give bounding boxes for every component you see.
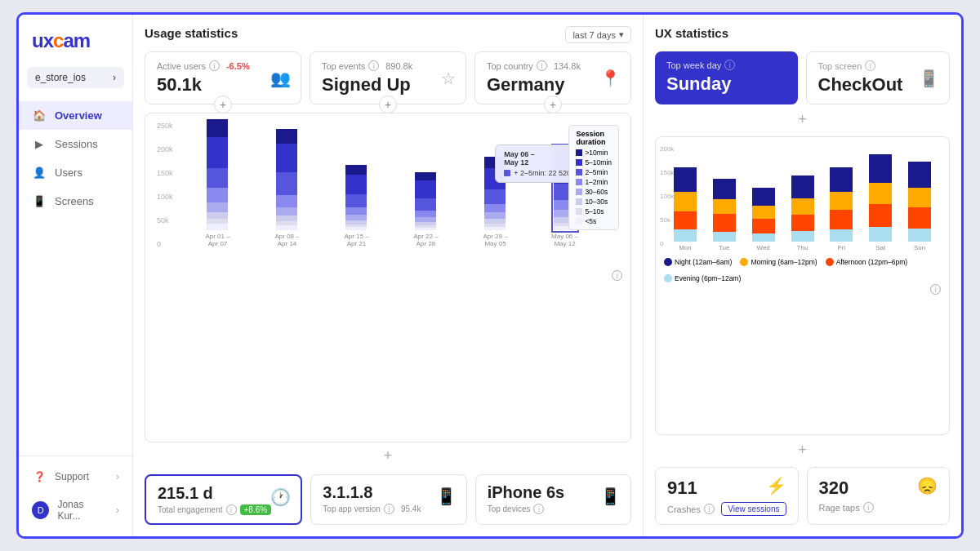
top-events-count: 890.8k <box>385 61 412 71</box>
active-users-value: 50.1k <box>157 74 289 96</box>
sidebar-item-overview[interactable]: 🏠 Overview <box>19 101 132 130</box>
top-app-version-label: Top app version i 95.4k <box>323 504 454 514</box>
add-row-button[interactable]: + <box>384 447 393 464</box>
app-version-count: 95.4k <box>401 504 421 513</box>
top-screen-card: Top screen i CheckOut 📱 <box>806 51 951 104</box>
bar-stack <box>276 129 299 230</box>
crashes-value: 911 <box>667 478 697 499</box>
bar-label: Apr 29 –May 05 <box>483 233 507 248</box>
user-name-label: Jonas Kur... <box>57 499 108 522</box>
location-icon: 📍 <box>600 69 621 88</box>
logo-text: uxcam <box>32 29 90 51</box>
ux-chart-info-icon[interactable]: i <box>930 284 941 295</box>
top-country-label: Top country i 134.8k <box>487 60 619 71</box>
add-row: + <box>145 447 631 464</box>
crashes-label: Crashes i <box>667 504 715 514</box>
info-icon[interactable]: i <box>537 60 547 71</box>
add-row-button[interactable]: + <box>798 111 807 128</box>
top-devices-label: Top devices i <box>488 504 619 514</box>
sad-face-icon: 😞 <box>917 476 938 495</box>
sidebar-item-users[interactable]: 👤 Users <box>19 158 132 187</box>
sidebar-bottom: ❓ Support › D Jonas Kur... › <box>19 455 132 536</box>
sidebar-item-label: Screens <box>55 195 94 207</box>
ux-bar-group-tue: Tue <box>707 179 742 251</box>
info-icon[interactable]: i <box>863 502 874 513</box>
ux-bar-label: Fri <box>838 244 845 251</box>
support-label: Support <box>55 471 89 482</box>
logo: uxcam <box>19 15 132 60</box>
total-engagement-value: 215.1 d <box>158 484 289 503</box>
sidebar: uxcam e_store_ios › 🏠 Overview ▶ Session… <box>19 15 133 536</box>
ux-chart-area: 0 50k 100k 150k 200k <box>655 136 950 435</box>
info-icon[interactable]: i <box>368 60 379 71</box>
bar-stack <box>345 165 368 230</box>
ux-bar-group-sat: Sat <box>863 154 898 251</box>
sidebar-item-support[interactable]: ❓ Support › <box>19 463 132 491</box>
morning-legend-label: Morning (6am–12pm) <box>751 258 817 266</box>
morning-legend-dot <box>740 258 748 266</box>
rage-taps-card: 320 😞 Rage taps i <box>807 467 951 525</box>
ux-bar-group-fri: Fri <box>824 167 858 251</box>
users-icon: 👥 <box>270 69 291 88</box>
sidebar-item-user-profile[interactable]: D Jonas Kur... › <box>19 491 132 530</box>
tooltip-value: + 2–5min: 22 520 <box>514 169 571 177</box>
add-metric-button[interactable]: + <box>214 96 232 113</box>
active-users-badge: -6.5% <box>226 61 250 71</box>
info-icon[interactable]: i <box>704 504 715 514</box>
night-legend-dot <box>664 258 672 266</box>
left-panel: Usage statistics last 7 days ▾ Active us… <box>133 15 643 536</box>
support-icon: ❓ <box>32 471 47 482</box>
bottom-stats-row: 215.1 d 🕐 Total engagement i +8.6% 3.1.1… <box>145 474 631 536</box>
top-devices-value: iPhone 6s <box>488 483 619 502</box>
bar-chart: Apr 01 –Apr 07 <box>154 122 622 248</box>
bar-stack <box>415 172 438 230</box>
info-icon[interactable]: i <box>865 60 875 71</box>
bar-label: May 06 –May 12 <box>551 233 578 248</box>
info-icon[interactable]: i <box>533 504 544 514</box>
bar-group: Apr 08 –Apr 14 <box>256 129 318 248</box>
main-content: Usage statistics last 7 days ▾ Active us… <box>133 15 961 536</box>
view-sessions-button[interactable]: View sessions <box>721 502 786 516</box>
top-country-value: Germany <box>487 74 619 96</box>
info-icon[interactable]: i <box>209 60 220 71</box>
add-row-button[interactable]: + <box>798 442 807 459</box>
crashes-card: 911 ⚡ Crashes i View sessions <box>655 467 799 525</box>
star-icon: ☆ <box>441 69 456 88</box>
ux-bar-chart: 0 50k 100k 150k 200k <box>664 145 941 251</box>
add-metric-button[interactable]: + <box>544 96 562 113</box>
top-week-day-card: Top week day i Sunday <box>655 51 798 104</box>
sidebar-item-screens[interactable]: 📱 Screens <box>19 187 132 216</box>
top-row: Usage statistics last 7 days ▾ Active us… <box>133 15 961 536</box>
chart-tooltip: May 06 – May 12 + 2–5min: 22 520 <box>495 144 580 183</box>
info-icon[interactable]: i <box>724 60 735 70</box>
top-events-label: Top events i 890.8k <box>322 60 454 71</box>
info-icon[interactable]: i <box>226 504 237 515</box>
chevron-right-icon: › <box>113 72 116 83</box>
store-name: e_store_ios <box>35 72 86 83</box>
ux-bar-label: Sat <box>875 244 885 251</box>
mobile-icon: 📱 <box>436 487 457 506</box>
night-legend-label: Night (12am–6am) <box>675 258 732 266</box>
rage-taps-label: Rage taps i <box>819 502 938 513</box>
ux-add-row: + <box>655 111 950 128</box>
total-engagement-label: Total engagement i +8.6% <box>158 504 289 515</box>
nav-items: 🏠 Overview ▶ Sessions 👤 Users 📱 Screens <box>19 95 132 455</box>
ux-bar-group-thu: Thu <box>786 176 820 251</box>
usage-chart: 0 50k 100k 150k 200k 250k <box>154 122 622 269</box>
info-icon[interactable]: i <box>384 504 394 514</box>
usage-chart-area: 0 50k 100k 150k 200k 250k <box>145 113 631 442</box>
date-filter[interactable]: last 7 days ▾ <box>565 26 631 43</box>
top-events-value: Signed Up <box>322 74 454 96</box>
home-icon: 🏠 <box>32 109 47 122</box>
tooltip-dot <box>504 170 510 176</box>
evening-legend-dot <box>664 274 672 282</box>
store-selector[interactable]: e_store_ios › <box>27 67 124 88</box>
chevron-down-icon: ▾ <box>619 29 624 40</box>
ux-stats-panel: UX statistics Top week day i Sunday Top … <box>643 15 961 536</box>
chevron-right-icon: › <box>116 504 119 516</box>
add-metric-button[interactable]: + <box>379 96 397 113</box>
ux-stats-title: UX statistics <box>655 26 950 40</box>
afternoon-legend-label: Afternoon (12pm–6pm) <box>836 258 907 266</box>
sidebar-item-sessions[interactable]: ▶ Sessions <box>19 130 132 158</box>
chart-info-icon[interactable]: i <box>612 270 622 281</box>
